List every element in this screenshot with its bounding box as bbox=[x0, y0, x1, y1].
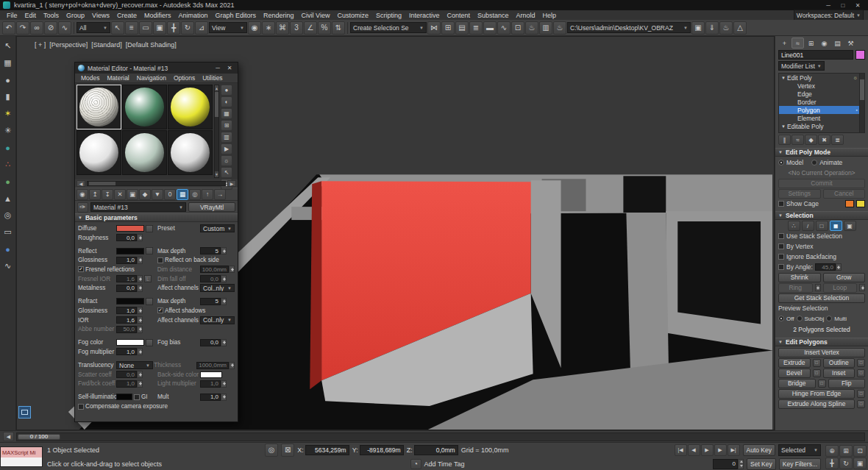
refract-max-depth-spinner[interactable]: 5 bbox=[200, 298, 227, 305]
reset-map-icon[interactable]: ✕ bbox=[114, 189, 126, 200]
spinner-snap-icon[interactable]: ⇅ bbox=[332, 21, 345, 35]
affect-shadows-checkbox[interactable] bbox=[157, 307, 163, 313]
basic-parameters-rollout-header[interactable]: ▼ Basic parameters bbox=[75, 213, 238, 222]
object-color-swatch[interactable] bbox=[855, 50, 865, 60]
percent-snap-icon[interactable]: % bbox=[318, 21, 331, 35]
scroll-up-icon[interactable]: ▲ bbox=[215, 85, 218, 91]
go-to-end-icon[interactable]: ▶| bbox=[728, 444, 740, 456]
cage-selected-color-swatch[interactable] bbox=[856, 200, 865, 207]
modifier-stack-item[interactable]: Vertex bbox=[779, 82, 864, 90]
menu-item[interactable]: Group bbox=[63, 12, 88, 19]
fresnel-ior-spinner[interactable]: 1,6 bbox=[116, 275, 143, 282]
mirror-icon[interactable]: ⋈ bbox=[427, 21, 441, 35]
modifier-stack-item[interactable]: ▼ Editable Poly bbox=[779, 122, 864, 130]
go-to-parent-icon[interactable]: ↑ bbox=[202, 189, 213, 200]
refract-map-button[interactable] bbox=[146, 298, 153, 305]
reflect-glossiness-spinner[interactable]: 1,0 bbox=[116, 257, 143, 264]
menu-item[interactable]: Scripting bbox=[372, 12, 405, 19]
folder-icon[interactable]: ▣ bbox=[691, 21, 705, 35]
sample-slot-2[interactable] bbox=[122, 85, 167, 129]
star-shape-icon[interactable]: ✶ bbox=[2, 108, 13, 119]
material-editor-titlebar[interactable]: Material Editor - Material #13 ─ ✕ bbox=[75, 63, 238, 74]
material-editor-menu-item[interactable]: Utilities bbox=[199, 74, 226, 82]
fresnel-reflections-checkbox[interactable] bbox=[78, 266, 84, 272]
fog-bias-spinner[interactable]: 0,0 bbox=[200, 339, 227, 346]
auto-key-button[interactable]: Auto Key bbox=[743, 444, 776, 456]
material-id-channel-icon[interactable]: 0 bbox=[164, 189, 176, 200]
rgb-dots-icon[interactable]: ∴ bbox=[2, 159, 13, 170]
undo-icon[interactable]: ↶ bbox=[2, 21, 15, 35]
ior-spinner[interactable]: 1,6 bbox=[116, 316, 143, 324]
teal-sphere-icon[interactable]: ● bbox=[2, 142, 13, 153]
zoom-icon[interactable]: ⊕ bbox=[825, 445, 839, 457]
backlight-icon[interactable]: ◐ bbox=[221, 96, 232, 107]
vertex-subobject-icon[interactable]: ∴ bbox=[788, 221, 800, 231]
viewport-layout-tab[interactable] bbox=[18, 406, 31, 419]
viewport-menu-pov[interactable]: [Perspective] bbox=[49, 41, 88, 49]
scroll-left-icon[interactable]: ◀ bbox=[77, 180, 85, 187]
fog-map-button[interactable] bbox=[146, 339, 153, 346]
mult-spinner[interactable]: 1,0 bbox=[200, 394, 227, 401]
model-radio[interactable] bbox=[778, 160, 784, 165]
pan-icon[interactable]: ╋ bbox=[825, 457, 839, 469]
box-primitive-icon[interactable]: ▦ bbox=[2, 57, 13, 68]
refract-glossiness-spinner[interactable]: 1,0 bbox=[116, 307, 143, 314]
redo-icon[interactable]: ↷ bbox=[16, 21, 29, 35]
hinge-from-edge-button[interactable]: Hinge From Edge bbox=[778, 389, 855, 399]
set-key-button[interactable]: Set Key bbox=[747, 458, 776, 470]
make-unique-icon[interactable]: ◆ bbox=[139, 189, 151, 200]
edit-poly-mode-header[interactable]: ▼ Edit Poly Mode bbox=[775, 148, 868, 157]
dim-falloff-spinner[interactable]: 0,0 bbox=[200, 275, 227, 282]
configure-modifier-sets-icon[interactable]: ≣ bbox=[831, 135, 844, 145]
scrollbar-thumb[interactable] bbox=[860, 79, 864, 100]
fwdbck-coeff-spinner[interactable]: 1,0 bbox=[116, 380, 143, 388]
material-editor-menu-item[interactable]: Material bbox=[104, 74, 133, 82]
element-subobject-icon[interactable]: ▣ bbox=[844, 221, 856, 231]
modifier-stack-item[interactable]: ▼ Edit Poly ☼ bbox=[779, 74, 864, 82]
background-icon[interactable]: ▦ bbox=[221, 108, 232, 119]
play-icon[interactable]: ▶ bbox=[701, 444, 714, 456]
modifier-list-dropdown[interactable]: Modifier List▼ bbox=[778, 61, 825, 71]
roughness-spinner[interactable]: 0,0 bbox=[116, 234, 143, 241]
backside-color-swatch[interactable] bbox=[200, 371, 222, 378]
reflect-max-depth-spinner[interactable]: 5 bbox=[200, 247, 227, 254]
menu-item[interactable]: Views bbox=[88, 12, 113, 19]
sample-slot-6[interactable] bbox=[168, 130, 213, 175]
menu-item[interactable]: Edit bbox=[21, 12, 40, 19]
scroll-right-icon[interactable]: ▶ bbox=[227, 180, 236, 187]
plane-primitive-icon[interactable]: ▭ bbox=[2, 227, 13, 238]
snaps-toggle-icon[interactable]: 3 bbox=[290, 21, 303, 35]
cage-color-swatch[interactable] bbox=[845, 200, 854, 207]
show-shaded-material-in-viewport-icon[interactable]: ▦ bbox=[177, 189, 188, 200]
fog-color-swatch[interactable] bbox=[116, 339, 144, 346]
translucency-dropdown[interactable]: None▼ bbox=[116, 361, 153, 369]
schematic-view-icon[interactable]: ⊡ bbox=[511, 21, 524, 35]
show-end-result-icon[interactable]: ≈ bbox=[791, 135, 804, 145]
import-icon[interactable]: ⇓ bbox=[705, 21, 719, 35]
create-tab-icon[interactable]: + bbox=[778, 38, 791, 49]
material-name-dropdown[interactable]: Material #13▼ bbox=[90, 202, 186, 212]
bind-to-space-warp-icon[interactable]: ∿ bbox=[58, 21, 71, 35]
maximize-button[interactable]: □ bbox=[836, 0, 850, 10]
bevel-button[interactable]: Bevel bbox=[778, 368, 811, 378]
sample-eyedropper-icon[interactable]: ✑ bbox=[77, 202, 88, 213]
close-button[interactable]: ✕ bbox=[850, 0, 865, 10]
menu-item[interactable]: Substance bbox=[474, 12, 513, 19]
viewport-menu-shading[interactable]: [Default Shading] bbox=[126, 41, 177, 49]
loop-button[interactable]: Loop bbox=[823, 283, 858, 293]
display-tab-icon[interactable]: ▤ bbox=[831, 38, 844, 49]
reference-coordinate-dropdown[interactable]: View▼ bbox=[209, 22, 247, 33]
sample-slot-5[interactable] bbox=[122, 130, 167, 175]
select-tool-icon[interactable]: ↖ bbox=[2, 40, 13, 51]
bevel-settings-button[interactable]: □ bbox=[813, 369, 821, 377]
select-object-icon[interactable]: ↖ bbox=[111, 21, 124, 35]
orbit-icon[interactable]: ↻ bbox=[839, 457, 853, 469]
window-crossing-icon[interactable]: ▣ bbox=[153, 21, 166, 35]
object-name-input[interactable]: Line001 bbox=[778, 50, 853, 60]
modifier-stack-item[interactable]: Element bbox=[779, 114, 864, 122]
grow-button[interactable]: Grow bbox=[823, 273, 866, 282]
snowflake-icon[interactable]: ✳ bbox=[2, 125, 13, 136]
insert-vertex-button[interactable]: Insert Vertex bbox=[778, 348, 865, 357]
diffuse-color-swatch[interactable] bbox=[116, 225, 144, 232]
select-by-material-icon[interactable]: ↖ bbox=[221, 167, 232, 178]
